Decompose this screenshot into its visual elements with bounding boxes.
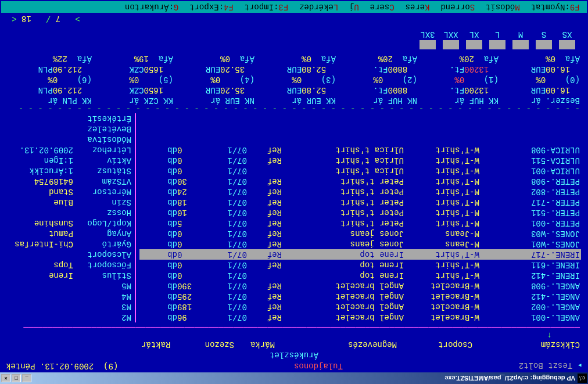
info-label: M4	[73, 292, 131, 301]
menu-item[interactable]: Csere	[365, 2, 399, 12]
cell-code: JONES.-W03	[479, 229, 581, 238]
cell-name: Peter t'shirt	[282, 177, 404, 186]
afa-cell: Áfa 0%	[499, 53, 580, 63]
cell-stock: 0	[177, 271, 206, 280]
info-row: Létrehoz2009.02.13.	[7, 145, 131, 155]
info-row: Bevételez	[7, 124, 131, 134]
menu-item[interactable]: F9:Nyomtat	[526, 2, 585, 12]
table-row[interactable]: IRENE.-611W-T'shirtIrene topRef07/10db	[139, 260, 581, 270]
size-label: S	[535, 30, 553, 39]
table-row[interactable]: ULRICA-908W-T'shirtUlrica t'shirtRef07/1…	[139, 145, 581, 155]
size-box[interactable]	[466, 40, 482, 49]
info-label: Alcsoport	[73, 250, 131, 259]
table-row[interactable]: ANGEL.-908W-BraceletAngel braceletRef07/…	[139, 281, 581, 291]
table-row[interactable]: PETER.-511M-T'shirtPeter t'shirtRef07/11…	[139, 207, 581, 218]
col-marka: Márka	[234, 340, 275, 349]
size-box[interactable]	[420, 40, 436, 49]
cell-group: M-T'shirt	[404, 208, 479, 217]
cell-unit: db	[160, 260, 177, 270]
menu-item[interactable]: F3:Import	[239, 2, 293, 12]
menu-item[interactable]: F4:Export	[185, 2, 238, 12]
table-row[interactable]: ANGEL.-002W-BraceletAngel braceletRef07/…	[139, 302, 581, 312]
cell-code: IRENE.-717	[479, 250, 581, 259]
cell-season: 07/1	[206, 177, 247, 186]
cell-season: 07/1	[206, 145, 247, 155]
menu-item[interactable]: Lekérdez	[295, 2, 343, 12]
info-row: StílusIrene	[7, 270, 131, 281]
table-row[interactable]: JONES.-W03M-JeansJones jeansRef07/10db	[139, 228, 581, 239]
info-row: Aktív1:Igen	[7, 155, 131, 166]
price-value-2: 212.90PLN	[10, 63, 92, 74]
price-label: NK HUF ár	[336, 95, 417, 105]
size-label: 3XL	[418, 30, 437, 39]
size-box[interactable]	[559, 40, 575, 49]
maximize-button[interactable]: □	[12, 374, 21, 382]
table-row[interactable]: IRENE.-412W-T'shirtIrene top07/10db	[139, 270, 581, 281]
menu-item[interactable]: Sorrend	[436, 2, 480, 12]
header-id: (9)	[103, 361, 118, 371]
info-row: GyártóChi-Interfas	[7, 239, 131, 249]
menu-bar[interactable]: F9:Nyomtat Módosít Sorrend Keres Csere U…	[1, 1, 587, 13]
table-row[interactable]: PETER.-802M-T'shirtPeter t'shirtRef07/12…	[139, 186, 581, 197]
cell-name: Angel bracelet	[282, 281, 404, 290]
price-value: 35.20EUR	[173, 84, 254, 95]
minimize-button[interactable]: _	[22, 374, 31, 382]
price-index: (0) 0%	[499, 74, 580, 84]
info-row: Módosítva	[7, 134, 131, 145]
cell-season: 07/1	[206, 260, 247, 270]
info-label: M3	[73, 302, 131, 311]
price-index: (4) 0%	[173, 74, 254, 84]
size-box[interactable]	[512, 40, 529, 49]
table-row[interactable]: PETER.-908M-T'shirtPeter t'shirtRef07/13…	[139, 176, 581, 186]
window-title: VP debugging: c:/vp21/_pas/AMETISZT.exe	[33, 375, 575, 382]
owner-label: Tulajdonos	[294, 361, 343, 371]
menu-item[interactable]: Keres	[400, 2, 435, 12]
cell-brand: Ref	[247, 156, 282, 165]
info-row: M2	[7, 312, 131, 322]
cell-season: 07/1	[206, 218, 247, 228]
columns-header: Cikkszám Csoport Megnevezés Márka Szezon…	[1, 340, 587, 349]
price-value-2: 16.00EUR	[499, 63, 580, 74]
menu-item[interactable]: G:Árukarton	[120, 2, 183, 12]
size-labels: XSSMLXLXXL3XL	[1, 30, 587, 39]
cell-code: PETER.-908	[479, 177, 581, 186]
table-row[interactable]: ULRICA-511W-T'shirtUlrica t'shirtRef07/1…	[139, 155, 581, 166]
data-table[interactable]: ANGEL.-001W-BraceletAngel braceletRef07/…	[139, 113, 581, 322]
table-row[interactable]: ULRICA-001W-T'shirtUlrica t'shirt07/10db	[139, 166, 581, 176]
table-row[interactable]: ANGEL.-412W-BraceletAngel braceletRef07/…	[139, 291, 581, 302]
cell-group: W-T'shirt	[404, 271, 479, 280]
size-box[interactable]	[489, 40, 505, 49]
size-box[interactable]	[536, 40, 552, 49]
vertical-divider	[135, 113, 136, 322]
table-row[interactable]: JONES.-W01M-JeansJones jeansRef07/10db	[139, 239, 581, 249]
info-value: Chi-Interfas	[15, 239, 73, 249]
cell-stock: 390	[177, 281, 206, 290]
info-row: M4	[7, 291, 131, 302]
size-box[interactable]	[443, 40, 459, 49]
cell-stock: 0	[177, 260, 206, 270]
cell-code: JONES.-W01	[479, 239, 581, 249]
menu-item[interactable]: Uj	[345, 2, 364, 12]
close-button[interactable]: ×	[1, 374, 10, 382]
cell-name: Peter t'shirt	[282, 218, 404, 228]
info-value: 2009.02.13.	[20, 145, 73, 155]
cell-season: 07/1	[206, 250, 247, 259]
info-row: M3	[7, 302, 131, 312]
info-label: Hossz	[73, 208, 131, 217]
size-label: XL	[465, 30, 483, 39]
table-row[interactable]: PETER.-001M-T'shirtPeter t'shirtRef07/15…	[139, 218, 581, 228]
table-row[interactable]: IRENE.-717W-T'shirtIrene topRef07/10db	[139, 249, 581, 260]
cell-season: 07/1	[206, 302, 247, 311]
price-value: 13200Ft.	[417, 84, 499, 95]
dash-divider: - - - - - - - - - - - - - - - - - - - - …	[1, 105, 587, 113]
table-row[interactable]: PETER.-717M-T'shirtPeter t'shirtRef07/11…	[139, 197, 581, 207]
afa-cell: Áfa 20%	[417, 53, 499, 63]
divider: ────────────────────────────────────────…	[1, 322, 587, 332]
table-row[interactable]: ANGEL.-001W-BraceletAngel braceletRef07/…	[139, 312, 581, 322]
cell-brand: Ref	[247, 198, 282, 207]
cell-group: M-T'shirt	[404, 177, 479, 186]
info-value: Blue	[53, 198, 73, 207]
menu-item[interactable]: Módosít	[481, 2, 525, 12]
info-label: Értékesít	[73, 114, 131, 123]
cell-stock: 96	[177, 313, 206, 322]
